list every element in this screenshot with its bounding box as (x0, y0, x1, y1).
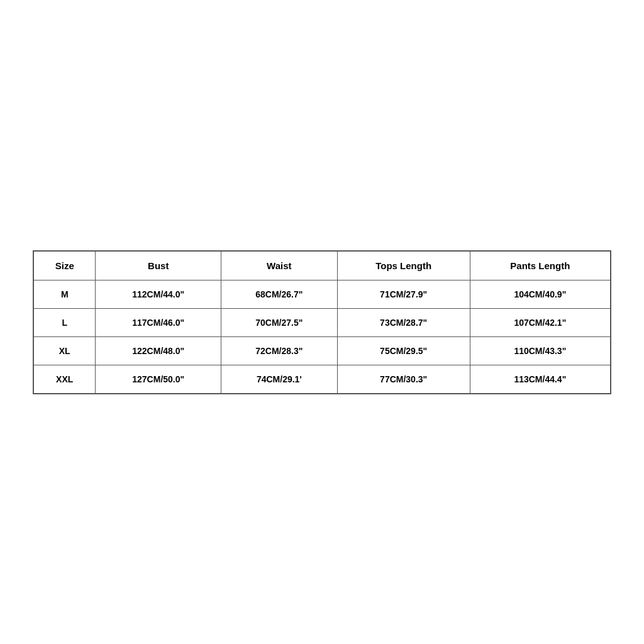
cell-size: XL (33, 336, 96, 365)
cell-bust: 117CM/46.0" (96, 308, 221, 336)
cell-pants-length: 110CM/43.3" (470, 336, 611, 365)
header-tops-length: Tops Length (337, 251, 470, 280)
table-row: M112CM/44.0"68CM/26.7"71CM/27.9"104CM/40… (33, 280, 611, 308)
header-pants-length: Pants Length (470, 251, 611, 280)
size-chart-container: Size Bust Waist Tops Length Pants Length… (33, 250, 611, 394)
cell-bust: 112CM/44.0" (96, 280, 221, 308)
size-chart-table: Size Bust Waist Tops Length Pants Length… (33, 250, 611, 394)
table-header-row: Size Bust Waist Tops Length Pants Length (33, 251, 611, 280)
cell-tops-length: 75CM/29.5" (337, 336, 470, 365)
cell-size: L (33, 308, 96, 336)
header-waist: Waist (221, 251, 338, 280)
cell-pants-length: 113CM/44.4" (470, 365, 611, 394)
table-row: XXL127CM/50.0"74CM/29.1'77CM/30.3"113CM/… (33, 365, 611, 394)
cell-size: M (33, 280, 96, 308)
table-row: L117CM/46.0"70CM/27.5"73CM/28.7"107CM/42… (33, 308, 611, 336)
cell-waist: 74CM/29.1' (221, 365, 338, 394)
cell-tops-length: 77CM/30.3" (337, 365, 470, 394)
cell-tops-length: 73CM/28.7" (337, 308, 470, 336)
cell-pants-length: 104CM/40.9" (470, 280, 611, 308)
cell-waist: 68CM/26.7" (221, 280, 338, 308)
cell-size: XXL (33, 365, 96, 394)
table-row: XL122CM/48.0"72CM/28.3"75CM/29.5"110CM/4… (33, 336, 611, 365)
cell-waist: 72CM/28.3" (221, 336, 338, 365)
cell-tops-length: 71CM/27.9" (337, 280, 470, 308)
header-size: Size (33, 251, 96, 280)
header-bust: Bust (96, 251, 221, 280)
cell-bust: 127CM/50.0" (96, 365, 221, 394)
cell-pants-length: 107CM/42.1" (470, 308, 611, 336)
cell-bust: 122CM/48.0" (96, 336, 221, 365)
cell-waist: 70CM/27.5" (221, 308, 338, 336)
